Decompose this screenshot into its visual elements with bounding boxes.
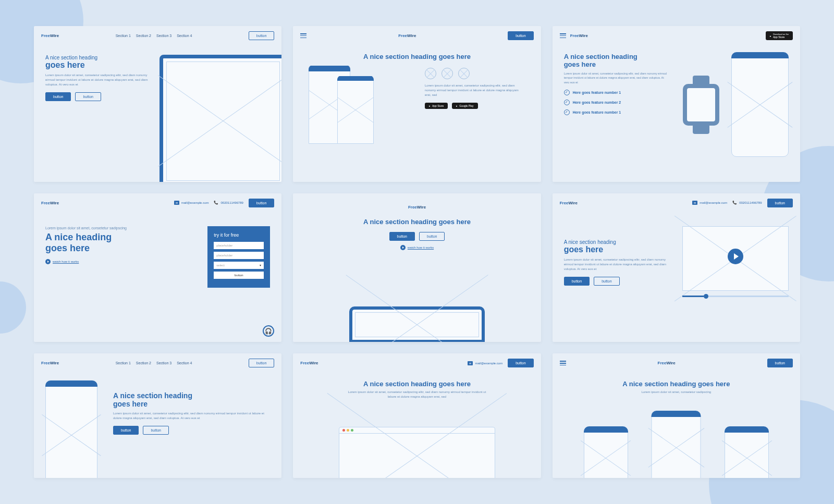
signup-form: try it for free placeholder placeholder … (207, 226, 270, 288)
heading-main: goes here (45, 243, 187, 254)
googleplay-badge[interactable]: ▸Google Play (452, 103, 477, 109)
check-icon: ✓ (564, 100, 570, 105)
cta-secondary[interactable]: button (419, 232, 445, 241)
logo: FreeWire (658, 361, 676, 365)
wireframe-card-2: FreeWire button A nice section heading g… (293, 26, 541, 182)
contact-email[interactable]: ✉mail@example.com (692, 201, 727, 205)
video-mockup[interactable] (682, 226, 789, 299)
heading: A nice section heading goes here (573, 380, 779, 388)
browser-mockup (339, 427, 495, 478)
heading: A nice section heading goes here (314, 380, 520, 388)
cta-secondary[interactable]: button (143, 426, 168, 435)
body-text: Lorem ipsum dolor sit amet, consetetur s… (113, 411, 270, 421)
feature-icon-3 (458, 68, 470, 79)
contact-phone[interactable]: 📞0020111496789 (214, 201, 243, 205)
form-title: try it for free (214, 232, 264, 238)
phone-icon: 📞 (214, 201, 218, 205)
nav-section-3[interactable]: Section 3 (156, 361, 171, 365)
form-submit-button[interactable]: button (214, 272, 264, 279)
email-icon: ✉ (468, 361, 473, 365)
wireframe-card-8: FreeWire ✉mail@example.com button A nice… (293, 353, 541, 478)
heading-main: goes here (564, 60, 667, 68)
nav-section-1[interactable]: Section 1 (116, 361, 131, 365)
body-text: Lorem ipsum dolor sit amet, consetetur s… (347, 390, 487, 399)
wireframe-card-1: FreeWire Section 1 Section 2 Section 3 S… (34, 26, 281, 182)
heading: A nice section heading goes here (309, 218, 525, 226)
phone-mockup (45, 381, 97, 478)
heading-main: goes here (45, 60, 149, 70)
header-button[interactable]: button (249, 31, 274, 40)
nav-section-1[interactable]: Section 1 (116, 34, 131, 38)
cta-secondary[interactable]: button (594, 277, 619, 286)
watch-link[interactable]: watch how it works (45, 259, 187, 264)
wireframe-card-4: FreeWire ✉mail@example.com 📞002011149678… (34, 193, 281, 342)
cta-primary[interactable]: button (389, 232, 415, 241)
body-text: Lorem ipsum dolor sit amet, consetetur s… (564, 257, 672, 272)
text-input[interactable]: placeholder (214, 242, 264, 249)
heading-sub: A nice heading (45, 232, 187, 243)
wireframe-card-5: FreeWire A nice section heading goes her… (293, 193, 541, 342)
logo: FreeWire (41, 33, 59, 38)
wireframe-card-7: FreeWire Section 1 Section 2 Section 3 S… (34, 353, 281, 478)
heading-sub: A nice section heading (564, 53, 667, 60)
support-icon[interactable]: 🎧 (263, 325, 274, 337)
play-icon (400, 245, 406, 250)
hamburger-icon[interactable] (560, 33, 566, 38)
header-button[interactable]: button (508, 31, 533, 40)
logo: FreeWire (41, 201, 59, 205)
feature-2: Here goes feature number 2 (573, 101, 621, 104)
logo: FreeWire (398, 33, 416, 38)
cta-primary[interactable]: button (564, 277, 590, 286)
header-button[interactable]: button (767, 199, 793, 207)
nav-section-4[interactable]: Section 4 (177, 361, 192, 365)
laptop-mockup (160, 55, 281, 182)
body-text: Lorem ipsum dolor sit amet, consetetur s… (425, 83, 525, 97)
heading-main: goes here (113, 400, 270, 408)
header-button[interactable]: button (508, 359, 533, 367)
check-icon: ✓ (564, 109, 570, 115)
heading-sub: A nice section heading (45, 55, 149, 60)
contact-email[interactable]: ✉mail@example.com (174, 201, 209, 205)
cta-primary[interactable]: button (45, 92, 71, 101)
header-button[interactable]: button (249, 199, 274, 207)
contact-phone[interactable]: 📞0020111496789 (732, 201, 762, 205)
phone-icon: 📞 (732, 201, 737, 205)
tablet-mockup (349, 306, 485, 342)
heading-main: goes here (564, 245, 672, 254)
email-icon: ✉ (174, 201, 179, 205)
cta-secondary[interactable]: button (75, 92, 101, 101)
select-input[interactable]: select▾ (214, 262, 264, 269)
body-text: Lorem ipsum dolor sit amet, consetetur s… (606, 390, 746, 395)
header-button[interactable]: button (249, 359, 274, 367)
text-input[interactable]: placeholder (214, 252, 264, 259)
nav-section-3[interactable]: Section 3 (156, 34, 171, 38)
phones-mockup (553, 416, 800, 478)
contact-email[interactable]: ✉mail@example.com (468, 361, 502, 365)
wireframe-card-3: FreeWire ▸Download on theApp Store A nic… (553, 26, 800, 182)
feature-1: Here goes feature number 1 (573, 91, 621, 94)
pre-heading: Lorem ipsum dolor sit amet, consetetur s… (45, 226, 187, 230)
heading: A nice section heading goes here (309, 53, 525, 60)
header-button[interactable]: button (767, 359, 793, 367)
feature-3: Here goes feature number 1 (573, 110, 621, 114)
feature-icon-2 (441, 68, 453, 79)
logo: FreeWire (570, 33, 588, 38)
appstore-badge[interactable]: ▸Download on theApp Store (766, 31, 793, 40)
nav-section-4[interactable]: Section 4 (177, 34, 192, 38)
nav-section-2[interactable]: Section 2 (136, 361, 151, 365)
hamburger-icon[interactable] (300, 33, 306, 38)
heading-sub: A nice section heading (113, 391, 270, 400)
heading-sub: A nice section heading (564, 239, 672, 245)
nav-links: Section 1 Section 2 Section 3 Section 4 (116, 34, 192, 38)
email-icon: ✉ (692, 201, 697, 205)
hamburger-icon[interactable] (560, 361, 566, 365)
appstore-badge[interactable]: ▸App Store (425, 103, 448, 109)
logo: FreeWire (300, 361, 318, 365)
cta-primary[interactable]: button (113, 426, 139, 435)
wireframe-card-9: FreeWire button A nice section heading g… (553, 353, 800, 478)
feature-icon-1 (425, 68, 436, 79)
video-progress[interactable] (682, 296, 789, 297)
watch-link[interactable]: watch how it works (309, 245, 525, 250)
nav-section-2[interactable]: Section 2 (136, 34, 151, 38)
body-text: Lorem ipsum dolor sit amet, consetetur s… (45, 73, 149, 87)
